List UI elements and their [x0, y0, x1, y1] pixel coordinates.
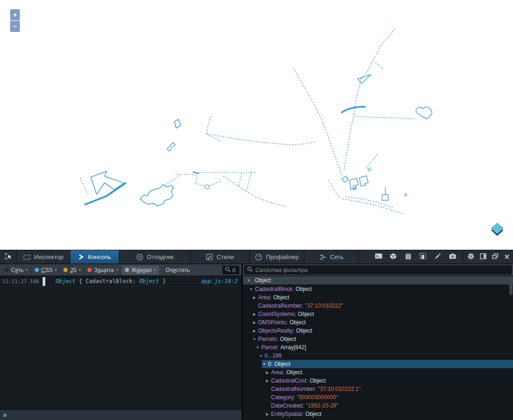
object-inspector-pane: Свойства фильтра ▼ Object ▼CadastralBloc…: [243, 264, 513, 420]
property-value: Object: [305, 411, 321, 417]
property-name: 0...199: [265, 352, 282, 359]
tab-console[interactable]: Консоль: [70, 250, 119, 264]
tab-inspector[interactable]: Инспектор: [17, 250, 70, 264]
tab-profiler[interactable]: Профайлер: [250, 250, 304, 264]
twisty-collapsed-icon[interactable]: ▶: [252, 329, 257, 333]
eyedropper-button[interactable]: [430, 250, 445, 264]
scratchpad-button[interactable]: [401, 250, 415, 264]
tree-row-omspoints[interactable]: ▶OMSPoints:Object: [243, 318, 513, 327]
property-value: "37:10:010222": [305, 303, 343, 309]
log-message[interactable]: Object { CadastralBlock: Object }: [56, 278, 166, 284]
tree-row-entityspatial[interactable]: ▶EntitySpatial:Object: [243, 410, 513, 418]
map-canvas[interactable]: + −: [0, 0, 513, 250]
property-name: CoordSystems: [258, 311, 295, 317]
console-pane: Сеть▾CSS▾JS▾Защита▾Журнал▾ Очистить В 11…: [0, 264, 241, 420]
zoom-out-button[interactable]: −: [10, 21, 20, 32]
console-prompt-icon: »: [0, 410, 7, 420]
split-console-button[interactable]: [371, 250, 386, 264]
split-console-icon: [375, 253, 383, 261]
log-source-link[interactable]: app.js:19:2: [201, 278, 238, 284]
tree-row-cadastralcost[interactable]: ▶CadastralCost:Object: [243, 377, 513, 385]
console-input[interactable]: »: [0, 409, 241, 420]
tab-network[interactable]: Сеть: [304, 250, 358, 264]
filter-dot-icon: [35, 268, 39, 272]
console-log-row: 11:11:27.188 Object { CadastralBlock: Ob…: [0, 276, 241, 287]
tab-styles[interactable]: Стили: [191, 250, 250, 264]
object-root-row[interactable]: ▼ Object: [243, 276, 513, 285]
object-root-label: Object: [255, 277, 271, 284]
property-value: "003003000000": [297, 394, 338, 401]
filter-сеть[interactable]: Сеть▾: [1, 266, 31, 275]
colon: :: [302, 303, 303, 309]
twisty-expanded-icon[interactable]: ▼: [255, 346, 260, 350]
devtools-tabbar: ИнспекторКонсольОтладчикСтилиПрофайлерСе…: [0, 250, 513, 264]
3d-view-icon: [389, 253, 397, 262]
tree-row-category[interactable]: Category:"003003000000": [243, 393, 513, 401]
twisty-collapsed-icon[interactable]: ▶: [265, 371, 270, 375]
tab-label: Сеть: [330, 253, 344, 260]
tab-debugger[interactable]: Отладчик: [119, 250, 191, 264]
colon: :: [270, 294, 271, 301]
responsive-mode-button[interactable]: [415, 250, 430, 264]
colon: :: [303, 402, 304, 409]
property-name: Category: [271, 394, 294, 401]
property-name: CadastralCost: [271, 377, 306, 384]
tree-row-cadastralnumber[interactable]: CadastralNumber:"37:10:010222:1": [243, 385, 513, 393]
tree-row-0...199[interactable]: ▼0...199: [243, 352, 513, 360]
map-marker-icon[interactable]: [491, 223, 503, 234]
colon: :: [294, 394, 295, 401]
screenshot-button[interactable]: [445, 250, 460, 264]
console-filters: Сеть▾CSS▾JS▾Защита▾Журнал▾: [1, 266, 159, 275]
property-value: Object: [298, 311, 314, 317]
console-search-input[interactable]: В: [223, 266, 239, 274]
twisty-collapsed-icon[interactable]: ▶: [252, 296, 257, 300]
property-name: OMSPoints: [258, 319, 286, 326]
filter-журнал[interactable]: Журнал▾: [121, 266, 159, 275]
twisty-expanded-icon[interactable]: ▼: [249, 287, 253, 291]
filter-dot-icon: [125, 268, 129, 272]
twisty-expanded-icon[interactable]: ▼: [252, 337, 257, 341]
scrollbar-thumb[interactable]: [509, 277, 513, 295]
filter-label: Сеть: [11, 267, 24, 273]
twisty-collapsed-icon[interactable]: ▶: [252, 312, 257, 316]
tree-row-objectsrealty[interactable]: ▶ObjectsRealty:Object: [243, 327, 513, 335]
3d-view-button[interactable]: [386, 250, 401, 264]
filter-css[interactable]: CSS▾: [31, 266, 60, 275]
chevron-down-icon: ▾: [79, 268, 80, 272]
property-name: DateCreated: [271, 402, 303, 409]
tree-row-parcel[interactable]: ▼Parcel:Array[842]: [243, 343, 513, 352]
dock-side-button[interactable]: [477, 250, 489, 264]
twisty-collapsed-icon[interactable]: ▶: [252, 321, 257, 325]
filter-js[interactable]: JS▾: [60, 266, 84, 275]
log-group-indicator: [43, 277, 45, 286]
tree-row-0[interactable]: ▼0:Object: [262, 360, 513, 368]
twisty-collapsed-icon[interactable]: ▶: [265, 379, 270, 383]
twisty-expanded-icon[interactable]: ▼: [247, 278, 251, 283]
property-filter-input[interactable]: Свойства фильтра: [244, 266, 512, 274]
property-value: "1992-10-29": [306, 402, 338, 409]
tree-row-area[interactable]: ▶Area:Object: [243, 368, 513, 377]
twisty-expanded-icon[interactable]: ▼: [259, 354, 263, 358]
property-value: Object: [280, 336, 296, 342]
settings-button[interactable]: [465, 250, 477, 264]
tab-label: Отладчик: [147, 253, 174, 260]
pick-element-button[interactable]: [0, 250, 17, 264]
close-icon: [504, 253, 510, 261]
devtools-panel: ИнспекторКонсольОтладчикСтилиПрофайлерСе…: [0, 250, 513, 420]
tree-row-datecreated[interactable]: DateCreated:"1992-10-29": [243, 401, 513, 410]
tree-row-cadastralblock[interactable]: ▼CadastralBlock:Object: [243, 285, 513, 293]
clear-console-button[interactable]: Очистить: [161, 266, 194, 275]
tree-row-cadastralnumber[interactable]: CadastralNumber:"37:10:010222": [243, 302, 513, 310]
filter-label: Журнал: [131, 267, 152, 273]
zoom-in-button[interactable]: +: [10, 9, 20, 20]
tree-row-parcels[interactable]: ▼Parcels:Object: [243, 335, 513, 343]
tree-row-coordsystems[interactable]: ▶CoordSystems:Object: [243, 310, 513, 318]
chevron-down-icon: ▾: [154, 268, 156, 272]
tree-row-area[interactable]: ▶Area:Object: [243, 293, 513, 302]
separate-window-button[interactable]: [489, 250, 501, 264]
filter-защита[interactable]: Защита▾: [84, 266, 121, 275]
close-button[interactable]: [501, 250, 513, 264]
twisty-collapsed-icon[interactable]: ▶: [265, 412, 270, 416]
twisty-expanded-icon[interactable]: ▼: [262, 362, 266, 366]
property-name: Area: [271, 369, 283, 376]
